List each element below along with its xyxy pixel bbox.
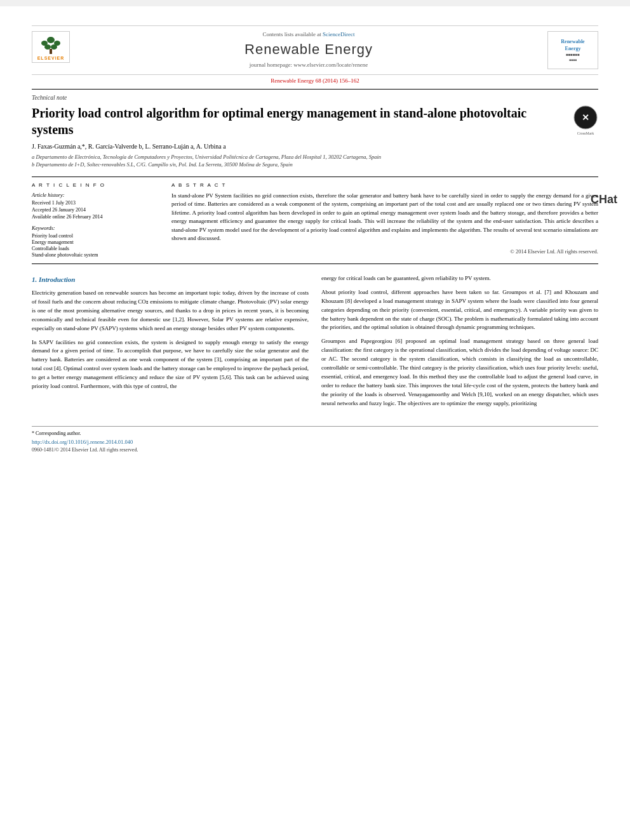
header-center: Contents lists available at ScienceDirec… bbox=[70, 31, 547, 68]
section1-title: 1. Introduction bbox=[32, 274, 309, 285]
history-label: Article history: bbox=[32, 192, 159, 198]
keyword-4: Stand-alone photovoltaic system bbox=[32, 252, 159, 258]
received-date: Received 1 July 2013 bbox=[32, 200, 159, 206]
keyword-2: Energy management bbox=[32, 239, 159, 245]
body-para-1: Electricity generation based on renewabl… bbox=[32, 289, 309, 333]
body-para-r2: About priority load control, different a… bbox=[321, 288, 598, 333]
article-title: Priority load control algorithm for opti… bbox=[32, 105, 553, 138]
elsevier-logo: ELSEVIER bbox=[32, 31, 70, 63]
body-two-col: 1. Introduction Electricity generation b… bbox=[32, 274, 598, 413]
abstract-text: In stand-alone PV System facilities no g… bbox=[171, 192, 598, 243]
doi-link[interactable]: http://dx.doi.org/10.1016/j.renene.2014.… bbox=[32, 439, 598, 445]
corresponding-footnote: * Corresponding author. bbox=[32, 430, 598, 436]
affiliation-a: a Departamento de Electrónica, Tecnologí… bbox=[32, 154, 598, 161]
svg-point-0 bbox=[47, 37, 55, 43]
abstract-header: A B S T R A C T bbox=[171, 182, 598, 188]
article-info-header: A R T I C L E I N F O bbox=[32, 182, 159, 188]
renewable-energy-logo-box: Renewable Energy ■■■■■■ ■■■■ bbox=[547, 31, 598, 69]
info-abstract-section: A R T I C L E I N F O Article history: R… bbox=[32, 182, 598, 258]
body-para-2: In SAPV facilities no grid connection ex… bbox=[32, 338, 309, 392]
keyword-3: Controllable loads bbox=[32, 246, 159, 251]
sciencedirect-link[interactable]: ScienceDirect bbox=[323, 31, 354, 37]
page-footer: * Corresponding author. http://dx.doi.or… bbox=[32, 426, 598, 453]
body-para-r1: energy for critical loads can be guarant… bbox=[321, 274, 598, 283]
journal-ref: Renewable Energy 68 (2014) 156–162 bbox=[32, 77, 598, 84]
journal-homepage: journal homepage: www.elsevier.com/locat… bbox=[83, 62, 535, 68]
contents-line: Contents lists available at ScienceDirec… bbox=[83, 31, 535, 37]
article-divider bbox=[32, 177, 598, 177]
svg-point-4 bbox=[51, 44, 57, 50]
abstract-col: A B S T R A C T In stand-alone PV System… bbox=[171, 182, 598, 258]
crossmark-badge: ✕ CrossMark bbox=[573, 105, 598, 135]
svg-text:✕: ✕ bbox=[582, 112, 589, 123]
body-para-r3: Groumpos and Papegeorgiou [6] proposed a… bbox=[321, 337, 598, 408]
svg-point-3 bbox=[44, 44, 51, 50]
top-divider bbox=[32, 89, 598, 90]
accepted-date: Accepted 26 January 2014 bbox=[32, 207, 159, 213]
issn-copyright: 0960-1481/© 2014 Elsevier Ltd. All right… bbox=[32, 447, 598, 453]
available-online-date: Available online 26 February 2014 bbox=[32, 214, 159, 220]
body-content: 1. Introduction Electricity generation b… bbox=[32, 274, 598, 413]
elsevier-wordmark: ELSEVIER bbox=[37, 56, 65, 60]
body-right-col: energy for critical loads can be guarant… bbox=[321, 274, 598, 413]
keyword-1: Priority load control bbox=[32, 233, 159, 239]
keywords-label: Keywords: bbox=[32, 225, 159, 231]
abstract-copyright: © 2014 Elsevier Ltd. All rights reserved… bbox=[171, 248, 598, 255]
body-divider bbox=[32, 263, 598, 264]
body-left-col: 1. Introduction Electricity generation b… bbox=[32, 274, 309, 413]
article-type: Technical note bbox=[32, 95, 598, 101]
authors-line: J. Faxas-Guzmán a,*, R. García-Valverde … bbox=[32, 143, 598, 150]
article-info-col: A R T I C L E I N F O Article history: R… bbox=[32, 182, 159, 258]
title-section: Priority load control algorithm for opti… bbox=[32, 105, 598, 138]
svg-rect-5 bbox=[50, 49, 52, 54]
affiliations: a Departamento de Electrónica, Tecnologí… bbox=[32, 154, 598, 169]
chat-label: CHat bbox=[591, 193, 617, 206]
journal-name-banner: Renewable Energy bbox=[83, 41, 535, 58]
page: ELSEVIER Contents lists available at Sci… bbox=[0, 6, 630, 840]
journal-header-row: ELSEVIER Contents lists available at Sci… bbox=[32, 25, 598, 75]
affiliation-b: b Departamento de I+D, Soltec-renovables… bbox=[32, 161, 598, 169]
